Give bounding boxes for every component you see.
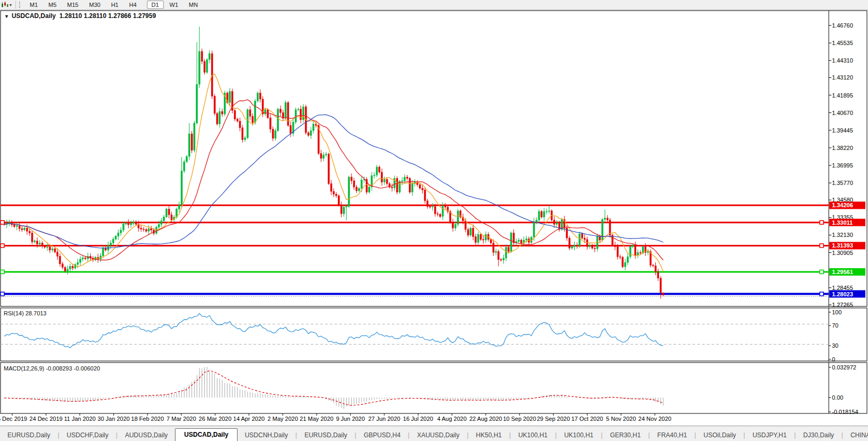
price-tick: 1.28455 bbox=[832, 285, 853, 291]
pane-splitter[interactable] bbox=[0, 307, 867, 307]
date-label: 9 Jun 2020 bbox=[336, 416, 365, 422]
line-handle-left[interactable] bbox=[1, 220, 4, 224]
date-label: 21 May 2020 bbox=[300, 416, 334, 422]
line-handle-right[interactable] bbox=[820, 220, 823, 224]
timeframe-button-h4[interactable]: H4 bbox=[124, 1, 141, 9]
date-label: 4 Aug 2020 bbox=[437, 416, 467, 422]
symbol-tab-ger30h1[interactable]: GER30,H1 bbox=[602, 429, 648, 441]
symbol-tab-dj30daily[interactable]: DJ30,Daily bbox=[796, 429, 841, 441]
symbol-tab-usdcaddaily[interactable]: USDCAD,Daily bbox=[175, 428, 237, 441]
candlestick-chart-icon bbox=[1, 2, 8, 8]
price-tag-text: 1.33011 bbox=[832, 219, 853, 226]
timeframe-button-h1[interactable]: H1 bbox=[106, 1, 123, 9]
pane-border bbox=[1, 11, 867, 306]
price-tick: 1.43120 bbox=[832, 74, 853, 81]
line-handle-right[interactable] bbox=[820, 270, 823, 274]
ohlc-values: 1.28110 1.28110 1.27866 1.27959 bbox=[59, 12, 156, 20]
timeframe-buttons: M1M5M15M30H1H4D1W1MN bbox=[24, 2, 203, 8]
date-label: 18 Feb 2020 bbox=[131, 416, 164, 422]
symbol-tab-hk50h1[interactable]: HK50,H1 bbox=[469, 429, 510, 441]
date-label: 29 Sep 2020 bbox=[537, 416, 569, 422]
price-tag-text: 1.29561 bbox=[832, 269, 853, 275]
symbol-tab-xauusddaily[interactable]: XAUUSD,Daily bbox=[409, 429, 467, 441]
collapse-data-triangle-icon[interactable]: ▼ bbox=[4, 14, 9, 19]
timeframe-button-m1[interactable]: M1 bbox=[25, 1, 42, 9]
date-label: 5 Dec 2019 bbox=[0, 416, 27, 422]
timeframe-button-m15[interactable]: M15 bbox=[63, 1, 83, 9]
line-handle-right[interactable] bbox=[820, 244, 823, 248]
symbol-tab-fra40h1[interactable]: FRA40,H1 bbox=[650, 429, 695, 441]
symbol-period-label: USDCAD,Daily bbox=[12, 12, 56, 20]
pane-splitter[interactable] bbox=[0, 361, 867, 362]
symbol-tab-china300h1[interactable]: CHINA300,H1 bbox=[843, 429, 868, 441]
date-label: 11 Jan 2020 bbox=[64, 416, 96, 422]
date-label: 24 Dec 2019 bbox=[30, 416, 63, 422]
symbol-tab-eurusddaily[interactable]: EURUSD,Daily bbox=[297, 429, 355, 441]
symbol-tab-gbpusdh4[interactable]: GBPUSD,H4 bbox=[356, 429, 408, 441]
symbol-tab-eurusddaily[interactable]: EURUSD,Daily bbox=[0, 429, 58, 441]
symbol-tab-uk100h1[interactable]: UK100,H1 bbox=[557, 429, 601, 441]
price-tick: 1.46760 bbox=[832, 22, 853, 29]
chart-title: ▼USDCAD,Daily 1.28110 1.28110 1.27866 1.… bbox=[4, 12, 156, 20]
date-label: 10 Sep 2020 bbox=[503, 416, 536, 422]
symbol-tab-usdchfdaily[interactable]: USDCHF,Daily bbox=[59, 429, 116, 441]
macd-tick: 0.032972 bbox=[832, 364, 856, 371]
price-tag-text: 1.28023 bbox=[832, 291, 853, 297]
date-label: 2 May 2020 bbox=[268, 416, 298, 422]
rsi-tick: 30 bbox=[832, 342, 838, 349]
price-tick: 1.32130 bbox=[832, 232, 853, 238]
timeframe-button-m30[interactable]: M30 bbox=[84, 1, 105, 9]
date-label: 14 Apr 2020 bbox=[233, 416, 265, 422]
date-label: 22 Aug 2020 bbox=[469, 416, 502, 422]
symbol-tab-audusddaily[interactable]: AUDUSD,Daily bbox=[118, 429, 176, 441]
price-tag-text: 1.31393 bbox=[832, 242, 853, 249]
price-tick: 1.45535 bbox=[832, 40, 853, 46]
timeframe-button-d1[interactable]: D1 bbox=[147, 1, 164, 9]
date-label: 27 Jun 2020 bbox=[368, 416, 400, 422]
price-tag-text: 1.34206 bbox=[832, 202, 853, 208]
pane-border bbox=[1, 308, 867, 361]
price-tick: 1.35770 bbox=[832, 180, 853, 186]
toolbar-grip-handle[interactable] bbox=[19, 2, 22, 8]
line-handle-left[interactable] bbox=[1, 292, 4, 296]
chevron-down-icon: ▾ bbox=[10, 3, 12, 7]
pane-border bbox=[1, 363, 867, 413]
price-tick: 1.41895 bbox=[832, 92, 853, 99]
price-tick: 1.44310 bbox=[832, 57, 853, 64]
symbol-tab-usdjpyh1[interactable]: USDJPY,H1 bbox=[745, 429, 794, 441]
trading-terminal: { "toolbar": { "chart_tool_caret": "▾", … bbox=[0, 0, 868, 441]
symbol-tab-uk100h1[interactable]: UK100,H1 bbox=[511, 429, 555, 441]
line-handle-right[interactable] bbox=[820, 292, 823, 296]
chart-tools-icon[interactable]: ▾ bbox=[0, 1, 13, 9]
price-tick: 1.27265 bbox=[832, 302, 853, 308]
symbol-tab-usdcnhdaily[interactable]: USDCNH,Daily bbox=[238, 429, 295, 441]
macd-tick: 0.00 bbox=[832, 394, 843, 401]
rsi-indicator-label: RSI(14) 28.7013 bbox=[4, 310, 47, 316]
timeframe-toolbar: ▾ M1M5M15M30H1H4D1W1MN bbox=[0, 0, 868, 10]
date-label: 16 Jul 2020 bbox=[403, 416, 433, 422]
rsi-tick: 0 bbox=[832, 356, 835, 363]
price-tick: 1.38220 bbox=[832, 145, 853, 151]
line-handle-left[interactable] bbox=[1, 244, 4, 248]
timeframe-button-m5[interactable]: M5 bbox=[43, 1, 61, 9]
date-label: 26 Mar 2020 bbox=[199, 416, 232, 422]
timeframe-button-w1[interactable]: W1 bbox=[165, 1, 183, 9]
rsi-value: 28.7013 bbox=[25, 310, 47, 316]
symbol-tab-usoildaily[interactable]: USOil,Daily bbox=[696, 429, 743, 441]
rsi-tick: 100 bbox=[832, 309, 841, 315]
chart-canvas[interactable]: 1.467601.455351.443101.431201.418951.406… bbox=[0, 0, 868, 441]
macd-values: -0.008293 -0.006020 bbox=[46, 365, 100, 372]
rsi-name: RSI(14) bbox=[4, 310, 24, 316]
macd-indicator-label: MACD(12,26,9) -0.008293 -0.006020 bbox=[4, 365, 100, 372]
date-label: 17 Oct 2020 bbox=[571, 416, 603, 422]
symbol-tabs: EURUSD,Daily|USDCHF,Daily|AUDUSD,DailyUS… bbox=[0, 428, 868, 441]
timeframe-button-mn[interactable]: MN bbox=[184, 1, 203, 9]
macd-tick: -0.018154 bbox=[832, 409, 858, 415]
rsi-tick: 70 bbox=[832, 322, 838, 329]
price-tick: 1.30905 bbox=[832, 250, 853, 256]
date-label: 5 Nov 2020 bbox=[606, 416, 636, 422]
macd-name: MACD(12,26,9) bbox=[4, 365, 44, 372]
date-label: 7 Mar 2020 bbox=[166, 416, 196, 422]
line-handle-left[interactable] bbox=[1, 270, 4, 274]
price-tick: 1.39445 bbox=[832, 127, 853, 134]
